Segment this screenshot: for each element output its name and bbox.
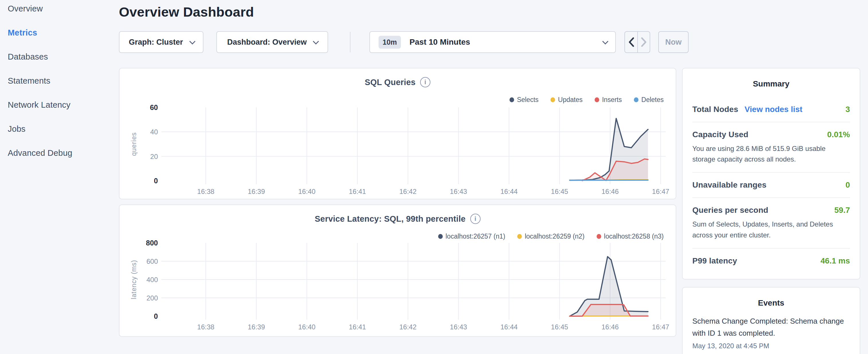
svg-text:16:46: 16:46 — [601, 188, 619, 195]
legend-swatch — [597, 234, 601, 239]
events-panel: Events Schema Change Completed: Schema c… — [682, 287, 860, 354]
svg-text:800: 800 — [146, 239, 158, 247]
svg-text:600: 600 — [147, 257, 158, 265]
svg-text:16:39: 16:39 — [248, 323, 265, 331]
now-button[interactable]: Now — [658, 31, 689, 53]
summary-row-label: Queries per second — [692, 206, 768, 215]
legend-swatch — [634, 97, 639, 102]
summary-panel: Summary Total Nodes View nodes list 3 Ca… — [682, 68, 860, 280]
summary-row-unavailable-ranges: Unavailable ranges 0 — [692, 173, 850, 198]
sidebar-item-advanced-debug[interactable]: Advanced Debug — [8, 148, 115, 158]
svg-text:16:47: 16:47 — [652, 188, 669, 195]
sidebar-item-databases[interactable]: Databases — [8, 52, 115, 62]
svg-text:16:38: 16:38 — [197, 188, 214, 195]
service-latency-chart-card: Service Latency: SQL, 99th percentile i … — [119, 204, 676, 337]
app-root: Overview Metrics Databases Statements Ne… — [0, 0, 868, 354]
time-prev-button[interactable] — [625, 32, 637, 53]
sidebar-item-statements[interactable]: Statements — [8, 76, 115, 86]
legend-swatch — [595, 97, 599, 102]
info-icon[interactable]: i — [470, 214, 480, 224]
svg-text:16:38: 16:38 — [197, 323, 214, 331]
svg-text:16:43: 16:43 — [450, 188, 467, 195]
legend-item-node2[interactable]: localhost:26259 (n2) — [517, 232, 584, 240]
legend-label: Inserts — [602, 96, 622, 104]
svg-text:queries: queries — [130, 132, 137, 156]
charts-column: SQL Queries i Selects Updates — [119, 68, 676, 337]
summary-row-capacity-used: Capacity Used 0.01% You are using 28.6 M… — [692, 122, 850, 173]
summary-title: Summary — [692, 79, 850, 89]
svg-text:16:42: 16:42 — [399, 323, 416, 331]
sidebar-item-jobs[interactable]: Jobs — [8, 124, 115, 134]
legend-item-node3[interactable]: localhost:26258 (n3) — [597, 232, 664, 240]
legend-label: Deletes — [641, 96, 664, 104]
chevron-down-icon — [313, 38, 319, 44]
sidebar-item-overview[interactable]: Overview — [8, 4, 115, 13]
chevron-left-icon — [628, 37, 634, 47]
summary-row-description: You are using 28.6 MiB of 515.9 GiB usab… — [692, 143, 850, 164]
legend-item-node1[interactable]: localhost:26257 (n1) — [438, 232, 505, 240]
legend-swatch — [551, 97, 555, 102]
time-range-label: Past 10 Minutes — [409, 37, 470, 47]
svg-text:16:41: 16:41 — [349, 323, 366, 331]
legend-item-selects[interactable]: Selects — [509, 96, 538, 104]
legend-item-updates[interactable]: Updates — [551, 96, 583, 104]
main-content: Overview Dashboard Graph: Cluster Dashbo… — [115, 0, 868, 354]
time-range-badge: 10m — [378, 36, 401, 49]
chevron-right-icon — [641, 37, 647, 47]
chart-legend: Selects Updates Inserts Deletes — [509, 96, 664, 104]
svg-text:16:41: 16:41 — [349, 188, 366, 195]
summary-row-total-nodes: Total Nodes View nodes list 3 — [692, 97, 850, 122]
svg-text:400: 400 — [147, 276, 158, 284]
svg-text:16:40: 16:40 — [298, 188, 315, 195]
page-title: Overview Dashboard — [119, 4, 860, 20]
svg-text:16:40: 16:40 — [298, 323, 315, 331]
chart-title: Service Latency: SQL, 99th percentile — [315, 214, 465, 224]
toolbar: Graph: Cluster Dashboard: Overview 10m P… — [119, 31, 860, 53]
graph-scope-dropdown-label: Graph: Cluster — [129, 38, 183, 47]
time-next-button[interactable] — [637, 32, 650, 53]
dashboard-dropdown[interactable]: Dashboard: Overview — [216, 31, 328, 53]
svg-text:16:44: 16:44 — [500, 188, 518, 195]
summary-row-queries-per-second: Queries per second 59.7 Sum of Selects, … — [692, 198, 850, 248]
svg-text:0: 0 — [154, 312, 158, 320]
legend-label: localhost:26259 (n2) — [525, 232, 584, 240]
summary-row-label: Total Nodes — [692, 105, 738, 114]
event-message[interactable]: Schema Change Completed: Schema change w… — [692, 315, 850, 339]
legend-label: localhost:26257 (n1) — [445, 232, 505, 240]
sql-queries-chart[interactable]: 16:3816:3916:4016:4116:4216:4316:4416:45… — [120, 104, 676, 196]
side-column: Summary Total Nodes View nodes list 3 Ca… — [682, 68, 860, 354]
event-timestamp: May 13, 2020 at 4:45 PM — [692, 342, 850, 350]
summary-row-label: Capacity Used — [692, 130, 748, 139]
svg-text:latency (ms): latency (ms) — [130, 260, 137, 299]
svg-text:16:43: 16:43 — [450, 323, 467, 331]
sidebar: Overview Metrics Databases Statements Ne… — [0, 0, 115, 354]
toolbar-divider — [350, 32, 350, 53]
legend-swatch — [438, 234, 443, 239]
legend-item-inserts[interactable]: Inserts — [595, 96, 622, 104]
sidebar-item-metrics[interactable]: Metrics — [8, 28, 115, 37]
svg-text:16:46: 16:46 — [601, 323, 619, 331]
legend-item-deletes[interactable]: Deletes — [634, 96, 664, 104]
summary-row-value: 0.01% — [827, 130, 850, 139]
dashboard-dropdown-label: Dashboard: Overview — [227, 38, 307, 47]
summary-row-label: P99 latency — [692, 256, 737, 265]
svg-text:16:45: 16:45 — [551, 323, 568, 331]
chevron-down-icon — [189, 38, 195, 44]
legend-label: Updates — [558, 96, 583, 104]
time-range-dropdown[interactable]: 10m Past 10 Minutes — [369, 31, 616, 53]
legend-label: Selects — [517, 96, 538, 104]
legend-swatch — [509, 97, 514, 102]
svg-text:60: 60 — [150, 104, 158, 111]
summary-row-value: 3 — [845, 105, 850, 114]
chart-legend: localhost:26257 (n1) localhost:26259 (n2… — [438, 232, 664, 240]
sidebar-item-network-latency[interactable]: Network Latency — [8, 100, 115, 110]
svg-text:200: 200 — [147, 294, 158, 302]
graph-scope-dropdown[interactable]: Graph: Cluster — [119, 31, 204, 53]
info-icon[interactable]: i — [420, 77, 430, 87]
service-latency-chart[interactable]: 16:3816:3916:4016:4116:4216:4316:4416:45… — [120, 239, 676, 331]
legend-swatch — [517, 234, 522, 239]
view-nodes-list-link[interactable]: View nodes list — [744, 105, 802, 114]
summary-row-value: 0 — [845, 181, 850, 190]
summary-row-value: 59.7 — [834, 206, 850, 215]
events-title: Events — [692, 298, 850, 308]
